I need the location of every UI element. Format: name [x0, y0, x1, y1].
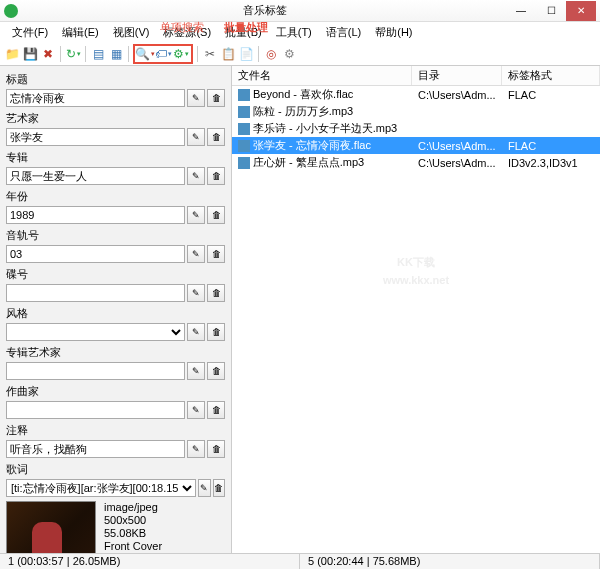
list-icon[interactable]: ▤	[90, 46, 106, 62]
col-dir[interactable]: 目录	[412, 66, 502, 85]
file-dir: C:\Users\Adm...	[412, 89, 502, 101]
batch-icon[interactable]: ⚙	[173, 46, 189, 62]
file-dir: C:\Users\Adm...	[412, 140, 502, 152]
albumartist-edit-button[interactable]: ✎	[187, 362, 205, 380]
album-input[interactable]	[6, 167, 185, 185]
tag-icon[interactable]: 🏷	[155, 46, 171, 62]
menu-lang[interactable]: 语言(L)	[320, 23, 367, 42]
delete-icon[interactable]: ✖	[40, 46, 56, 62]
title-edit-button[interactable]: ✎	[187, 89, 205, 107]
menu-help[interactable]: 帮助(H)	[369, 23, 418, 42]
maximize-button[interactable]: ☐	[536, 1, 566, 21]
comment-input[interactable]	[6, 440, 185, 458]
file-row[interactable]: 陈粒 - 历历万乡.mp3	[232, 103, 600, 120]
settings-icon[interactable]: ⚙	[281, 46, 297, 62]
menubar: 文件(F) 编辑(E) 视图(V) 标签源(S) 批量(B) 工具(T) 语言(…	[0, 22, 600, 42]
disc-edit-button[interactable]: ✎	[187, 284, 205, 302]
paste-icon[interactable]: 📄	[238, 46, 254, 62]
menu-source[interactable]: 标签源(S)	[157, 23, 217, 42]
batch-toolbox: 🔍 🏷 ⚙	[133, 44, 193, 64]
genre-edit-button[interactable]: ✎	[187, 323, 205, 341]
file-format: FLAC	[502, 89, 600, 101]
toolbar: 📁 💾 ✖ ↻ ▤ ▦ 🔍 🏷 ⚙ ✂ 📋 📄 ◎ ⚙	[0, 42, 600, 66]
search-icon[interactable]: 🔍	[137, 46, 153, 62]
file-format: ID3v2.3,ID3v1	[502, 157, 600, 169]
open-icon[interactable]: 📁	[4, 46, 20, 62]
cover-image[interactable]	[6, 501, 96, 553]
disc-input[interactable]	[6, 284, 185, 302]
comment-del-button[interactable]: 🗑	[207, 440, 225, 458]
album-del-button[interactable]: 🗑	[207, 167, 225, 185]
main-area: 标题 ✎🗑 艺术家 ✎🗑 专辑 ✎🗑 年份 ✎🗑 音轨号 ✎🗑 碟号 ✎🗑 风格…	[0, 66, 600, 553]
col-format[interactable]: 标签格式	[502, 66, 600, 85]
composer-del-button[interactable]: 🗑	[207, 401, 225, 419]
tag-sidebar: 标题 ✎🗑 艺术家 ✎🗑 专辑 ✎🗑 年份 ✎🗑 音轨号 ✎🗑 碟号 ✎🗑 风格…	[0, 66, 232, 553]
menu-view[interactable]: 视图(V)	[107, 23, 156, 42]
cover-area: image/jpeg 500x500 55.08KB Front Cover 覆…	[6, 501, 225, 553]
track-edit-button[interactable]: ✎	[187, 245, 205, 263]
artist-del-button[interactable]: 🗑	[207, 128, 225, 146]
file-row[interactable]: 张学友 - 忘情冷雨夜.flacC:\Users\Adm...FLAC	[232, 137, 600, 154]
close-button[interactable]: ✕	[566, 1, 596, 21]
albumartist-input[interactable]	[6, 362, 185, 380]
file-dir: C:\Users\Adm...	[412, 157, 502, 169]
target-icon[interactable]: ◎	[263, 46, 279, 62]
file-format: FLAC	[502, 140, 600, 152]
year-del-button[interactable]: 🗑	[207, 206, 225, 224]
menu-file[interactable]: 文件(F)	[6, 23, 54, 42]
title-del-button[interactable]: 🗑	[207, 89, 225, 107]
file-row[interactable]: 李乐诗 - 小小女子半边天.mp3	[232, 120, 600, 137]
statusbar: 1 (00:03:57 | 26.05MB) 5 (00:20:44 | 75.…	[0, 553, 600, 569]
year-input[interactable]	[6, 206, 185, 224]
cover-type: Front Cover	[104, 540, 162, 552]
save-icon[interactable]: 💾	[22, 46, 38, 62]
file-header: 文件名 目录 标签格式	[232, 66, 600, 86]
file-rows: Beyond - 喜欢你.flacC:\Users\Adm...FLAC陈粒 -…	[232, 86, 600, 553]
title-label: 标题	[6, 72, 225, 87]
file-icon	[238, 89, 250, 101]
genre-label: 风格	[6, 306, 225, 321]
artist-edit-button[interactable]: ✎	[187, 128, 205, 146]
file-name: 庄心妍 - 繁星点点.mp3	[253, 155, 364, 170]
track-input[interactable]	[6, 245, 185, 263]
status-left: 1 (00:03:57 | 26.05MB)	[0, 554, 300, 569]
window-title: 音乐标签	[24, 3, 506, 18]
cover-mime: image/jpeg	[104, 501, 162, 513]
lyrics-select[interactable]: [ti:忘情冷雨夜][ar:张学友][00:18.15	[6, 479, 196, 497]
genre-select[interactable]	[6, 323, 185, 341]
menu-edit[interactable]: 编辑(E)	[56, 23, 105, 42]
col-filename[interactable]: 文件名	[232, 66, 412, 85]
minimize-button[interactable]: —	[506, 1, 536, 21]
menu-tool[interactable]: 工具(T)	[270, 23, 318, 42]
title-input[interactable]	[6, 89, 185, 107]
file-name: Beyond - 喜欢你.flac	[253, 87, 353, 102]
comment-edit-button[interactable]: ✎	[187, 440, 205, 458]
disc-del-button[interactable]: 🗑	[207, 284, 225, 302]
genre-del-button[interactable]: 🗑	[207, 323, 225, 341]
file-pane: KK下载www.kkx.net 文件名 目录 标签格式 Beyond - 喜欢你…	[232, 66, 600, 553]
file-name: 李乐诗 - 小小女子半边天.mp3	[253, 121, 397, 136]
artist-input[interactable]	[6, 128, 185, 146]
album-label: 专辑	[6, 150, 225, 165]
lyrics-del-button[interactable]: 🗑	[213, 479, 226, 497]
window-controls: — ☐ ✕	[506, 1, 596, 21]
composer-label: 作曲家	[6, 384, 225, 399]
file-row[interactable]: Beyond - 喜欢你.flacC:\Users\Adm...FLAC	[232, 86, 600, 103]
file-row[interactable]: 庄心妍 - 繁星点点.mp3C:\Users\Adm...ID3v2.3,ID3…	[232, 154, 600, 171]
refresh-icon[interactable]: ↻	[65, 46, 81, 62]
copy-icon[interactable]: 📋	[220, 46, 236, 62]
track-label: 音轨号	[6, 228, 225, 243]
albumartist-del-button[interactable]: 🗑	[207, 362, 225, 380]
lyrics-edit-button[interactable]: ✎	[198, 479, 211, 497]
albumartist-label: 专辑艺术家	[6, 345, 225, 360]
year-edit-button[interactable]: ✎	[187, 206, 205, 224]
grid-icon[interactable]: ▦	[108, 46, 124, 62]
track-del-button[interactable]: 🗑	[207, 245, 225, 263]
composer-input[interactable]	[6, 401, 185, 419]
album-edit-button[interactable]: ✎	[187, 167, 205, 185]
cover-size: 500x500	[104, 514, 162, 526]
cut-icon[interactable]: ✂	[202, 46, 218, 62]
file-name: 张学友 - 忘情冷雨夜.flac	[253, 138, 371, 153]
composer-edit-button[interactable]: ✎	[187, 401, 205, 419]
menu-batch[interactable]: 批量(B)	[219, 23, 268, 42]
